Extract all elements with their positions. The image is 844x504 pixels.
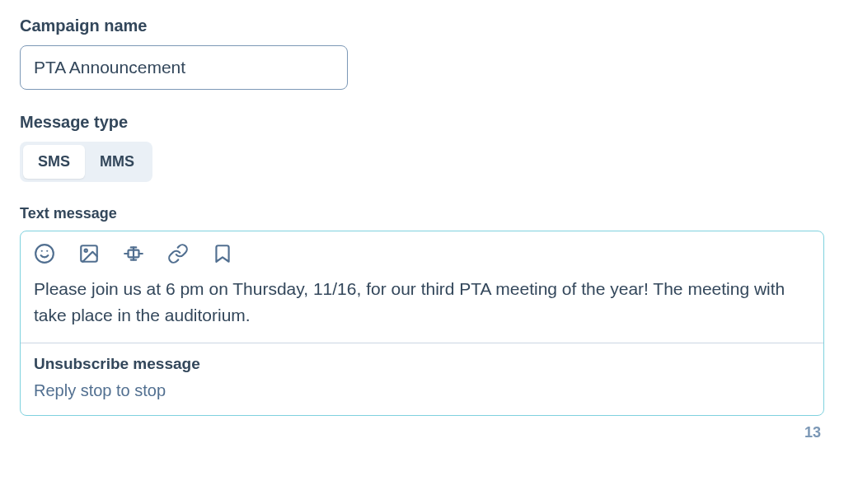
image-icon[interactable] bbox=[78, 243, 100, 264]
campaign-name-label: Campaign name bbox=[20, 16, 824, 35]
svg-point-4 bbox=[85, 250, 87, 252]
emoji-icon[interactable] bbox=[34, 243, 55, 264]
editor-toolbar bbox=[21, 231, 823, 273]
link-icon[interactable] bbox=[167, 243, 189, 264]
unsubscribe-label: Unsubscribe message bbox=[34, 355, 810, 373]
svg-point-0 bbox=[35, 245, 54, 263]
mms-toggle-option[interactable]: MMS bbox=[85, 145, 149, 179]
message-type-label: Message type bbox=[20, 113, 824, 132]
bookmark-icon[interactable] bbox=[212, 243, 233, 264]
message-type-toggle: SMS MMS bbox=[20, 142, 152, 182]
unsubscribe-text: Reply stop to stop bbox=[34, 381, 810, 400]
unsubscribe-section: Unsubscribe message Reply stop to stop bbox=[21, 343, 823, 415]
text-message-label: Text message bbox=[20, 205, 824, 222]
message-editor: Please join us at 6 pm on Thursday, 11/1… bbox=[20, 231, 824, 416]
personalization-icon[interactable] bbox=[123, 243, 144, 264]
character-counter: 13 bbox=[20, 424, 824, 441]
campaign-name-input[interactable] bbox=[20, 45, 348, 90]
message-body-textarea[interactable]: Please join us at 6 pm on Thursday, 11/1… bbox=[21, 273, 823, 343]
sms-toggle-option[interactable]: SMS bbox=[23, 145, 85, 179]
